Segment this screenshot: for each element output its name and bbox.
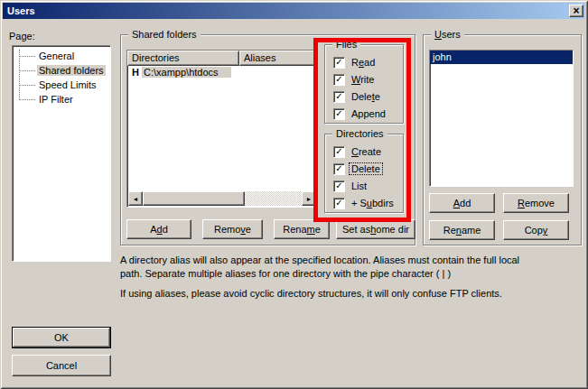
arrow-right-icon: ► (306, 196, 313, 202)
files-group-label: Files (332, 38, 360, 51)
users-list: john (429, 50, 574, 187)
directory-row[interactable]: HC:\xampp\htdocs (127, 66, 317, 80)
check-icon: ✓ (335, 92, 342, 101)
subdirs-label: + Subdirs (350, 198, 396, 208)
delete-dir-label: Delete (350, 163, 382, 174)
set-as-home-dir-button[interactable]: Set as home dir (336, 219, 415, 239)
read-checkbox[interactable]: ✓ (333, 57, 345, 69)
directory-path: C:\xampp\htdocs (142, 67, 231, 78)
check-icon: ✓ (335, 75, 342, 84)
delete-file-label: Delete (350, 91, 382, 102)
append-checkbox[interactable]: ✓ (333, 108, 345, 120)
column-header-directories[interactable]: Directories (127, 51, 239, 66)
user-list-item[interactable]: john (430, 51, 573, 64)
check-icon: ✓ (335, 109, 342, 118)
delete-file-checkbox[interactable]: ✓ (333, 91, 345, 103)
ok-button[interactable]: OK (12, 327, 111, 348)
home-dir-marker: H (132, 66, 142, 79)
folder-remove-button[interactable]: Remove (202, 219, 263, 239)
directories-group-label: Directories (332, 127, 387, 140)
user-add-button[interactable]: Add (429, 193, 495, 213)
checkbox-row-append[interactable]: ✓ Append (333, 107, 387, 120)
arrow-left-icon: ◄ (133, 196, 139, 202)
create-checkbox[interactable]: ✓ (333, 146, 345, 158)
close-icon: × (573, 6, 579, 15)
list-checkbox[interactable]: ✓ (333, 181, 345, 192)
directories-list-header: Directories Aliases (127, 51, 317, 66)
scrollbar-thumb[interactable] (143, 191, 245, 206)
delete-dir-checkbox[interactable]: ✓ (333, 163, 345, 175)
user-rename-button[interactable]: Rename (429, 220, 495, 240)
horizontal-scrollbar[interactable]: ◄ ► (128, 191, 316, 206)
column-header-aliases[interactable]: Aliases (239, 51, 317, 66)
cyclic-warning-text: If using aliases, please avoid cyclic di… (120, 287, 502, 301)
checkbox-row-write[interactable]: ✓ Write (333, 73, 376, 86)
checkbox-row-delete-file[interactable]: ✓ Delete (333, 90, 382, 103)
users-dialog: Users × Page: General Shared folders Spe… (0, 0, 588, 389)
scroll-left-button[interactable]: ◄ (128, 191, 143, 206)
check-icon: ✓ (335, 58, 342, 67)
check-icon: ✓ (335, 147, 342, 156)
checkbox-row-delete-dir[interactable]: ✓ Delete (333, 162, 382, 175)
checkbox-row-list[interactable]: ✓ List (333, 180, 369, 192)
read-label: Read (350, 57, 377, 68)
directories-permissions-group: Directories ✓ Create ✓ Delete ✓ List ✓ +… (324, 134, 404, 213)
check-icon: ✓ (335, 164, 342, 173)
subdirs-checkbox[interactable]: ✓ (333, 198, 345, 209)
folder-rename-button[interactable]: Rename (274, 219, 330, 239)
directories-list: Directories Aliases HC:\xampp\htdocs ◄ ► (126, 50, 318, 208)
page-list: General Shared folders Speed Limits IP F… (12, 45, 111, 262)
cancel-button[interactable]: Cancel (12, 355, 111, 376)
page-item-ip-filter[interactable]: IP Filter (13, 92, 110, 107)
checkbox-row-create[interactable]: ✓ Create (333, 145, 383, 158)
check-icon: ✓ (335, 181, 342, 190)
create-label: Create (350, 146, 383, 157)
files-permissions-group: Files ✓ Read ✓ Write ✓ Delete ✓ Append (324, 44, 404, 124)
alias-help-text-line2: path. Separate multiple aliases for one … (120, 267, 451, 281)
user-remove-button[interactable]: Remove (503, 193, 569, 213)
title-bar: Users × (3, 3, 585, 19)
folder-add-button[interactable]: Add (126, 219, 191, 239)
alias-help-text-line1: A directory alias will also appear at th… (120, 254, 519, 267)
page-item-shared-folders[interactable]: Shared folders (13, 63, 110, 78)
shared-folders-group-label: Shared folders (128, 28, 201, 41)
user-copy-button[interactable]: Copy (503, 220, 569, 240)
close-button[interactable]: × (569, 5, 583, 17)
page-item-speed-limits[interactable]: Speed Limits (13, 78, 110, 92)
check-icon: ✓ (335, 199, 342, 208)
checkbox-row-read[interactable]: ✓ Read (333, 56, 377, 69)
window-title: Users (3, 5, 35, 16)
page-item-general[interactable]: General (13, 49, 110, 63)
write-label: Write (350, 74, 376, 85)
page-label: Page: (9, 31, 35, 42)
list-label: List (350, 181, 369, 191)
checkbox-row-subdirs[interactable]: ✓ + Subdirs (333, 197, 396, 209)
scroll-right-button[interactable]: ► (302, 191, 316, 206)
users-group-label: Users (431, 28, 464, 41)
append-label: Append (350, 108, 387, 119)
scrollbar-track[interactable] (143, 191, 302, 206)
write-checkbox[interactable]: ✓ (333, 74, 345, 86)
